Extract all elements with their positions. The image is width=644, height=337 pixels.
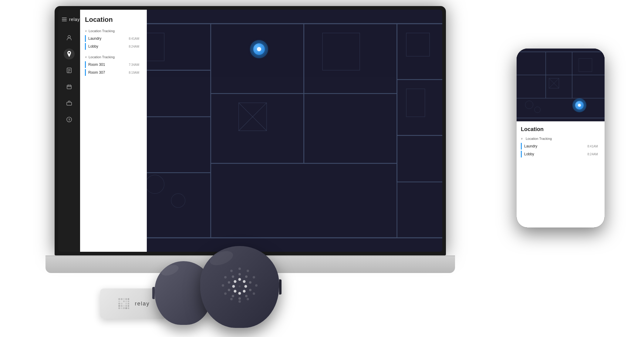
phone-location-dot	[572, 98, 586, 112]
speaker-dots-svg	[215, 263, 264, 311]
svg-point-68	[238, 273, 241, 275]
svg-point-79	[243, 280, 246, 283]
svg-point-56	[238, 268, 241, 270]
svg-point-59	[255, 284, 258, 287]
sidebar-item-help[interactable]: ?	[64, 114, 75, 125]
sidebar-item-calendar[interactable]	[64, 81, 75, 92]
svg-point-67	[230, 270, 233, 272]
svg-point-85	[234, 280, 237, 283]
svg-point-3	[68, 35, 70, 38]
laptop: relay	[46, 6, 455, 273]
hamburger-menu[interactable]	[62, 14, 67, 25]
item-name-laundry: Laundry	[88, 36, 101, 41]
svg-point-58	[253, 276, 255, 278]
screen-inner: relay	[58, 10, 442, 252]
svg-rect-17	[147, 24, 211, 70]
svg-point-83	[234, 290, 237, 293]
svg-point-78	[238, 278, 241, 281]
tracking-header-1: ∨ Location Tracking	[85, 29, 142, 33]
svg-rect-1	[62, 19, 67, 20]
tracking-label-2: Location Tracking	[89, 55, 115, 59]
phone: Location ∨ Location Tracking Laundry 8:4…	[517, 49, 605, 227]
svg-rect-25	[211, 163, 397, 238]
svg-point-73	[238, 297, 241, 300]
svg-rect-23	[211, 93, 304, 163]
svg-point-77	[232, 275, 234, 278]
sidebar-item-briefcase[interactable]	[64, 98, 75, 109]
phone-map	[517, 49, 605, 121]
svg-rect-16	[147, 24, 442, 238]
svg-point-66	[224, 276, 227, 278]
tracking-section-1: ∨ Location Tracking Laundry 8:41AM Lobby	[85, 29, 142, 50]
svg-rect-26	[397, 24, 442, 79]
svg-rect-13	[67, 102, 72, 105]
svg-text:?: ?	[68, 118, 70, 122]
phone-outer: Location ∨ Location Tracking Laundry 8:4…	[517, 49, 605, 227]
svg-point-64	[224, 292, 227, 295]
svg-rect-28	[397, 135, 442, 182]
svg-point-75	[228, 289, 230, 291]
svg-point-62	[238, 300, 241, 303]
item-time-room301: 7:34AM	[129, 63, 139, 66]
svg-point-4	[69, 52, 70, 54]
item-time-lobby: 8:24AM	[129, 45, 139, 48]
floorplan-svg	[147, 10, 442, 252]
svg-rect-27	[397, 79, 442, 135]
svg-point-69	[245, 275, 248, 278]
tracking-label-1: Location Tracking	[89, 29, 115, 33]
svg-point-86	[239, 285, 241, 287]
phone-item-time-lobby: 8:24AM	[588, 153, 598, 156]
svg-point-34	[171, 194, 185, 207]
chevron-down-icon-2[interactable]: ∨	[85, 56, 87, 59]
svg-point-80	[244, 285, 247, 288]
svg-rect-21	[211, 24, 304, 93]
scene: relay	[0, 0, 644, 337]
svg-point-57	[247, 270, 249, 272]
svg-rect-30	[322, 33, 360, 70]
svg-rect-41	[517, 49, 605, 121]
svg-point-63	[230, 298, 233, 300]
item-name-room307: Room 307	[88, 70, 105, 75]
svg-point-71	[249, 289, 251, 291]
item-time-room307: 8:19AM	[129, 71, 139, 74]
svg-rect-20	[147, 173, 211, 238]
map-area	[147, 10, 442, 252]
svg-point-76	[228, 281, 230, 284]
phone-floorplan	[517, 49, 605, 121]
chevron-down-icon-1[interactable]: ∨	[85, 29, 87, 32]
phone-section-label: Location Tracking	[526, 137, 552, 140]
svg-point-72	[245, 295, 248, 297]
device-large-side-button	[279, 279, 282, 295]
phone-chevron-icon[interactable]: ∨	[521, 137, 523, 140]
speaker-dots-grid	[215, 263, 264, 311]
svg-point-33	[147, 175, 164, 194]
phone-item-laundry: Laundry 8:41AM	[521, 143, 600, 150]
svg-rect-24	[304, 93, 397, 163]
sidebar-item-tasks[interactable]	[64, 65, 75, 76]
laptop-screen: relay	[55, 6, 446, 255]
svg-rect-32	[406, 89, 425, 117]
tracking-header-2: ∨ Location Tracking	[85, 55, 142, 59]
svg-rect-2	[62, 21, 67, 21]
sidebar-item-location[interactable]	[64, 49, 75, 59]
svg-point-84	[232, 285, 235, 288]
phone-panel: Location ∨ Location Tracking Laundry 8:4…	[517, 121, 605, 227]
svg-point-74	[232, 295, 234, 297]
phone-tracking-section: ∨ Location Tracking Laundry 8:41AM Lobby	[521, 137, 600, 157]
phone-item-name-lobby: Lobby	[524, 152, 534, 156]
phone-item-lobby: Lobby 8:24AM	[521, 151, 600, 157]
phone-page-title: Location	[521, 126, 600, 133]
page-title: Location	[85, 16, 142, 24]
svg-rect-19	[147, 117, 211, 173]
svg-point-61	[247, 298, 249, 300]
tracking-item-room301: Room 301 7:34AM	[85, 61, 142, 68]
map-location-dot	[250, 40, 265, 55]
sidebar: relay	[58, 10, 80, 252]
sidebar-item-user[interactable]	[64, 32, 75, 43]
tracking-item-lobby: Lobby 8:24AM	[85, 43, 142, 50]
svg-rect-18	[147, 70, 211, 117]
relay-device-large	[200, 246, 279, 328]
svg-rect-29	[147, 33, 164, 61]
relay-tag-logo	[117, 297, 130, 310]
sidebar-header: relay	[58, 14, 80, 25]
